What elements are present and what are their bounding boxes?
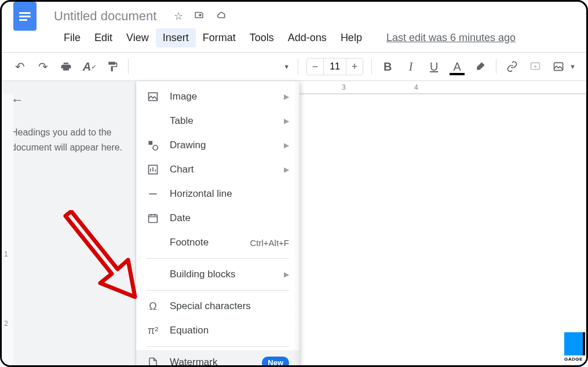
menu-label: Building blocks <box>170 269 284 280</box>
watermark-icon <box>147 356 159 367</box>
chevron-right-icon: ▶ <box>284 141 289 149</box>
bold-icon[interactable]: B <box>380 59 395 74</box>
underline-icon[interactable]: U <box>426 59 441 74</box>
menu-bar: File Edit View Insert Format Tools Add-o… <box>2 25 586 52</box>
menu-addons[interactable]: Add-ons <box>281 28 334 47</box>
font-dropdown-icon[interactable]: ▼ <box>283 63 290 70</box>
menu-label: Image <box>170 91 284 102</box>
text-color-icon[interactable]: A <box>450 59 465 74</box>
cloud-status-icon[interactable] <box>216 10 228 23</box>
svg-point-4 <box>153 145 158 150</box>
outline-placeholder-text: Headings you add to the document will ap… <box>11 125 126 155</box>
menu-label: Footnote <box>170 237 250 248</box>
footnote-icon <box>147 236 159 249</box>
menu-separator <box>147 346 289 347</box>
svg-rect-6 <box>149 215 158 222</box>
menu-label: Horizontal line <box>170 188 289 200</box>
watermark-logo-text: GADGE <box>564 357 583 362</box>
print-icon[interactable] <box>59 59 74 74</box>
insert-footnote[interactable]: Footnote Ctrl+Alt+F <box>136 230 300 255</box>
menu-label: Date <box>170 212 289 224</box>
title-bar: Untitled document ☆ <box>2 2 586 25</box>
menu-label: Drawing <box>170 140 284 151</box>
new-badge: New <box>262 357 289 368</box>
building-blocks-icon <box>147 268 159 281</box>
italic-icon[interactable]: I <box>403 59 418 74</box>
highlight-icon[interactable] <box>473 59 488 74</box>
insert-menu: Image ▶ Table ▶ Drawing ▶ Chart ▶ Horizo… <box>136 81 300 367</box>
menu-shortcut: Ctrl+Alt+F <box>250 238 289 248</box>
svg-rect-3 <box>149 141 153 145</box>
menu-label: Equation <box>170 325 289 336</box>
title-actions: ☆ <box>174 10 228 23</box>
menu-label: Chart <box>170 164 284 175</box>
ruler-tick: 2 <box>4 320 8 328</box>
ruler-tick: 3 <box>342 83 346 91</box>
menu-tools[interactable]: Tools <box>243 28 281 47</box>
redo-icon[interactable]: ↷ <box>35 59 50 74</box>
insert-building-blocks[interactable]: Building blocks ▶ <box>136 262 300 287</box>
insert-drawing[interactable]: Drawing ▶ <box>136 133 300 157</box>
chevron-right-icon: ▶ <box>284 166 289 174</box>
menu-file[interactable]: File <box>57 28 87 47</box>
date-icon <box>147 212 159 225</box>
menu-edit[interactable]: Edit <box>87 28 119 47</box>
insert-chart[interactable]: Chart ▶ <box>136 157 300 182</box>
insert-image[interactable]: Image ▶ <box>136 85 300 109</box>
font-size-plus[interactable]: + <box>346 58 363 75</box>
insert-table[interactable]: Table ▶ <box>136 109 300 133</box>
separator <box>298 59 298 74</box>
vertical-ruler[interactable]: 1 2 <box>2 94 13 367</box>
move-icon[interactable] <box>193 10 205 23</box>
star-icon[interactable]: ☆ <box>174 10 183 23</box>
menu-view[interactable]: View <box>119 28 156 47</box>
undo-icon[interactable]: ↶ <box>12 59 27 74</box>
toolbar: ↶ ↷ A✓ ▼ − + B I U A ▼ <box>2 52 586 81</box>
chevron-right-icon: ▶ <box>284 270 289 278</box>
font-size-minus[interactable]: − <box>307 58 323 75</box>
insert-special-characters[interactable]: Ω Special characters <box>136 294 300 318</box>
equation-icon: π² <box>147 324 159 337</box>
comment-icon[interactable] <box>528 59 543 74</box>
paint-format-icon[interactable] <box>105 59 120 74</box>
link-icon[interactable] <box>505 59 520 74</box>
spellcheck-icon[interactable]: A✓ <box>82 59 97 74</box>
document-title[interactable]: Untitled document <box>54 9 156 24</box>
separator <box>128 59 129 74</box>
separator <box>496 59 496 74</box>
workspace: ← Headings you add to the document will … <box>2 81 586 367</box>
back-arrow-icon[interactable]: ← <box>11 93 126 108</box>
font-size-stepper[interactable]: − + <box>306 58 363 75</box>
ruler-tick: 1 <box>4 250 8 258</box>
insert-watermark[interactable]: Watermark New <box>136 350 300 367</box>
ruler-tick: 4 <box>414 83 418 91</box>
menu-insert[interactable]: Insert <box>156 28 196 47</box>
menu-label: Special characters <box>170 300 289 312</box>
chart-icon <box>147 163 159 176</box>
menu-separator <box>147 290 289 291</box>
separator <box>371 59 372 74</box>
insert-horizontal-line[interactable]: Horizontal line <box>136 182 300 206</box>
table-icon <box>147 115 159 127</box>
image-icon <box>147 90 159 103</box>
last-edit-link[interactable]: Last edit was 6 minutes ago <box>386 32 516 44</box>
menu-separator <box>147 258 289 259</box>
image-insert-icon[interactable] <box>551 59 566 74</box>
horizontal-line-icon <box>147 188 159 200</box>
omega-icon: Ω <box>147 300 159 313</box>
insert-equation[interactable]: π² Equation <box>136 318 300 343</box>
chevron-right-icon: ▶ <box>284 93 289 101</box>
menu-help[interactable]: Help <box>334 28 369 47</box>
menu-label: Watermark <box>170 357 262 367</box>
watermark-logo: GADGE <box>564 332 583 362</box>
menu-label: Table <box>170 115 284 127</box>
font-size-input[interactable] <box>323 58 346 75</box>
chevron-right-icon: ▶ <box>284 117 289 125</box>
docs-logo-icon[interactable] <box>13 2 36 31</box>
insert-date[interactable]: Date <box>136 206 300 230</box>
outline-panel: ← Headings you add to the document will … <box>2 81 136 367</box>
drawing-icon <box>147 139 159 152</box>
menu-format[interactable]: Format <box>196 28 243 47</box>
image-dropdown-icon[interactable]: ▼ <box>569 63 576 70</box>
